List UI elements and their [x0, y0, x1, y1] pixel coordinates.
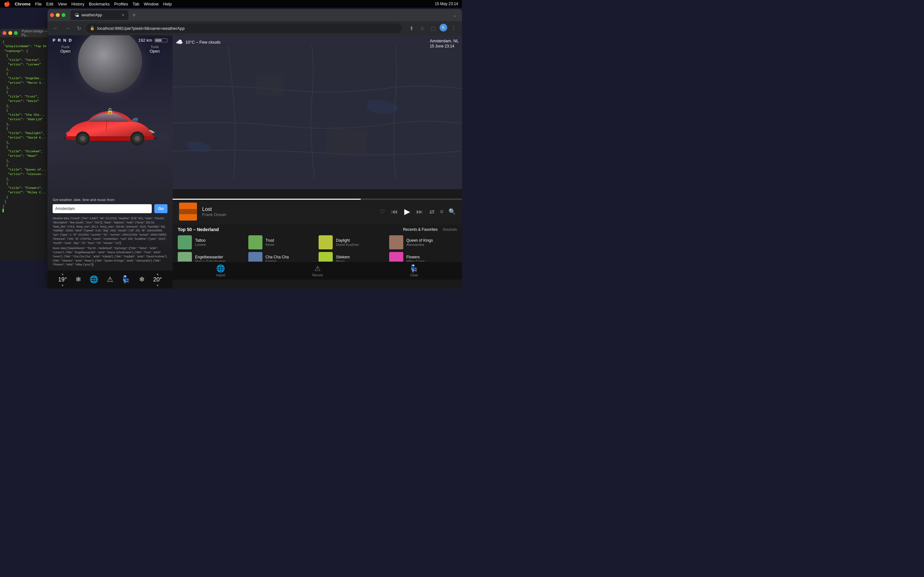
battery-indicator	[155, 39, 168, 42]
record-control[interactable]: ⚠ Record	[312, 264, 323, 277]
collapse-button[interactable]: ⌄	[453, 13, 457, 18]
forward-button[interactable]: →	[63, 24, 72, 33]
song-title-7: Flowers	[407, 255, 457, 259]
play-button[interactable]: ▶	[404, 207, 410, 216]
import-icon: 🌐	[216, 264, 225, 273]
weather-app-tab[interactable]: 🌤 weatherApp ✕	[71, 10, 128, 20]
tab-close-button[interactable]: ✕	[121, 13, 124, 17]
profile-button[interactable]: K	[439, 24, 447, 31]
menu-edit[interactable]: Edit	[46, 2, 53, 6]
music-data-text: Music data:{"playlistName": "Top 50 – Ne…	[53, 246, 168, 267]
clear-control[interactable]: 💺 Clear	[410, 264, 418, 277]
globe-control[interactable]: 🌐	[89, 276, 98, 284]
address-bar[interactable]: 🔒 localhost:9981/pie?pieid=9&name=weathe…	[86, 23, 402, 33]
chrome-titlebar: 🌤 weatherApp ✕ + ⌄	[47, 9, 462, 21]
menu-file[interactable]: File	[35, 2, 42, 6]
seat-control[interactable]: 💺	[121, 276, 130, 284]
menu-history[interactable]: History	[71, 2, 84, 6]
song-thumb-1	[248, 235, 262, 250]
album-art[interactable]	[179, 203, 197, 221]
menubar-left: 🍎 Chrome File Edit View History Bookmark…	[4, 1, 172, 7]
maximize-button[interactable]	[14, 31, 18, 35]
menu-bookmarks[interactable]: Bookmarks	[89, 2, 110, 6]
menu-chrome[interactable]: Chrome	[15, 2, 31, 6]
temp-right-control[interactable]: ▲ 20° ▼	[153, 272, 162, 287]
heart-button[interactable]: ♡	[380, 208, 385, 215]
import-control[interactable]: 🌐 Import	[216, 264, 225, 277]
reader-button[interactable]: ⬚	[429, 24, 438, 33]
reload-button[interactable]: ↻	[74, 24, 83, 33]
back-button[interactable]: ←	[51, 24, 60, 33]
menu-view[interactable]: View	[58, 2, 67, 6]
song-card-3[interactable]: Queen of Kings Alessandra	[389, 235, 457, 250]
record-label: Record	[312, 274, 323, 277]
tab-sources[interactable]: Sources	[443, 227, 457, 232]
weather-info: ☁️ 10°C – Few clouds	[176, 39, 220, 45]
temp-left-down-arrow[interactable]: ▼	[61, 284, 64, 287]
song-title-1: Trust	[266, 238, 317, 243]
clear-label: Clear	[410, 274, 418, 277]
trunk-label[interactable]: Trunk Open	[150, 45, 160, 53]
song-title-6: Stiekem	[336, 255, 387, 259]
temp-right-up-arrow[interactable]: ▲	[156, 272, 159, 276]
songs-header: Top 50 – Nederland Recents & Favorites S…	[178, 227, 457, 232]
chrome-maximize[interactable]	[61, 13, 65, 17]
temp-left-up-arrow[interactable]: ▲	[61, 272, 64, 276]
now-playing-title: Lost	[202, 206, 375, 212]
tesla-car-svg	[59, 99, 162, 151]
prev-button[interactable]: ⏮	[391, 208, 398, 215]
new-tab-button[interactable]: +	[129, 11, 139, 19]
menu-window[interactable]: Window	[144, 2, 158, 6]
minimize-button[interactable]	[8, 31, 12, 35]
location-info: Amsterdam, NL	[430, 39, 459, 43]
map-svg	[173, 35, 462, 189]
frunk-label[interactable]: Frunk Open	[60, 45, 71, 53]
fan-left-icon: ❄	[75, 276, 81, 284]
frunk-status: Open	[60, 49, 71, 53]
close-button[interactable]	[3, 31, 6, 35]
battery-fill	[155, 39, 162, 42]
url-text[interactable]: localhost:9981/pie?pieid=9&name=weatherA…	[97, 26, 398, 31]
songs-tabs: Recents & Favorites Sources	[403, 227, 457, 232]
car-center	[47, 56, 173, 194]
date-info: 15 June 23:14	[430, 44, 459, 48]
car-lock-icon[interactable]: 🔓	[107, 108, 113, 115]
song-card-0[interactable]: Tattoo Loreen	[178, 235, 246, 250]
song-card-2[interactable]: Daylight David Kushner	[318, 235, 387, 250]
search-icon[interactable]: 🔍	[449, 208, 456, 215]
apple-menu[interactable]: 🍎	[4, 1, 10, 7]
menu-help[interactable]: Help	[163, 2, 172, 6]
menu-button[interactable]: ⋮	[449, 24, 458, 33]
temp-left-value: 19°	[58, 276, 67, 283]
song-thumb-0	[178, 235, 192, 250]
share-button[interactable]: ⬆	[407, 24, 416, 33]
song-card-1[interactable]: Trust Kevin	[248, 235, 317, 250]
lock-icon: 🔒	[90, 26, 95, 31]
fan-left-control[interactable]: ❄	[75, 276, 81, 284]
go-button[interactable]: Go	[154, 204, 168, 213]
bookmark-button[interactable]: ☆	[418, 24, 427, 33]
temp-right-down-arrow[interactable]: ▼	[156, 284, 159, 287]
temp-right-value: 20°	[153, 276, 162, 283]
clear-icon: 💺	[410, 264, 418, 273]
queue-icon[interactable]: ≡	[440, 208, 443, 215]
warning-icon: ⚠	[107, 276, 113, 284]
menu-profiles[interactable]: Profiles	[114, 2, 128, 6]
shuffle-button[interactable]: ⇄	[429, 208, 435, 215]
menu-tab[interactable]: Tab	[132, 2, 139, 6]
temp-left-control[interactable]: ▲ 19° ▼	[58, 272, 67, 287]
fan-right-icon: ❄	[139, 276, 145, 284]
next-button[interactable]: ⏭	[417, 208, 423, 215]
svg-rect-35	[256, 73, 284, 95]
map-weather-overlay: ☁️ 10°C – Few clouds Amsterdam, NL 15 Ju…	[176, 39, 459, 48]
song-artist-3: Alessandra	[407, 243, 457, 247]
chrome-close[interactable]	[50, 13, 54, 17]
range-value: 192 km	[138, 38, 152, 43]
fan-right-control[interactable]: ❄	[139, 276, 145, 284]
tab-recents[interactable]: Recents & Favorites	[403, 227, 438, 232]
weather-icon: ☁️	[176, 39, 183, 45]
chrome-minimize[interactable]	[56, 13, 60, 17]
city-input[interactable]	[53, 204, 152, 213]
tab-label: weatherApp	[81, 13, 102, 17]
warning-control[interactable]: ⚠	[107, 276, 113, 284]
